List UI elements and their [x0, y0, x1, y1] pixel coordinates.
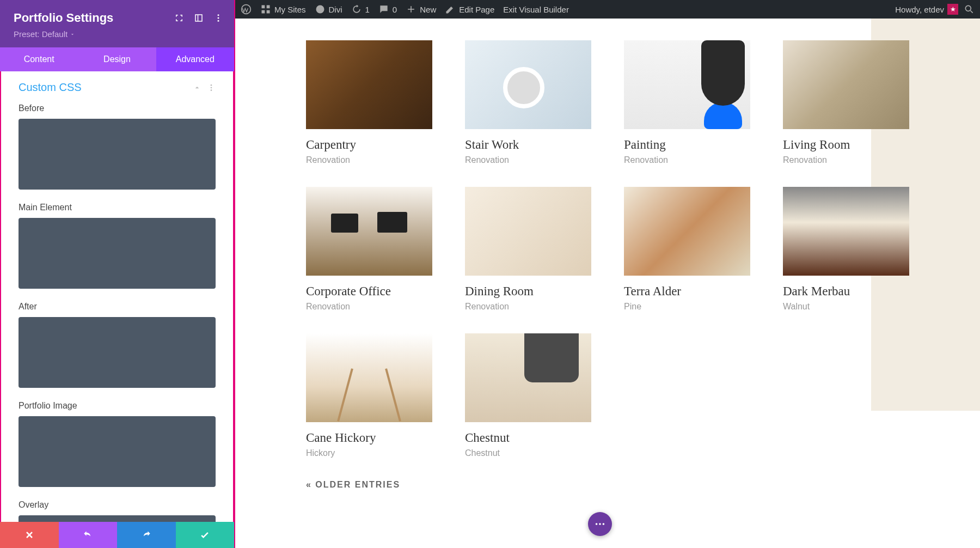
focus-icon[interactable]	[174, 13, 184, 23]
css-label: Portfolio Image	[19, 401, 216, 411]
portfolio-category[interactable]: Pine	[624, 302, 750, 312]
portfolio-title[interactable]: Living Room	[783, 138, 909, 152]
css-textarea-after[interactable]	[19, 317, 216, 388]
portfolio-title[interactable]: Terra Alder	[624, 284, 750, 299]
css-field-overlay: Overlay	[19, 500, 216, 522]
portfolio-item[interactable]: Cane HickoryHickory	[306, 333, 432, 458]
avatar: ★	[947, 4, 958, 15]
portfolio-image[interactable]	[783, 40, 909, 129]
svg-point-1	[316, 5, 324, 14]
portfolio-category[interactable]: Renovation	[783, 155, 909, 165]
portfolio-category[interactable]: Walnut	[783, 302, 909, 312]
portfolio-image[interactable]	[624, 40, 750, 129]
css-label: Main Element	[19, 203, 216, 212]
portfolio-item[interactable]: Corporate OfficeRenovation	[306, 187, 432, 312]
svg-point-6	[218, 17, 219, 19]
search-icon[interactable]	[964, 4, 975, 15]
section-title: Custom CSS	[19, 81, 82, 94]
portfolio-image[interactable]	[306, 187, 432, 276]
portfolio-item[interactable]: Living RoomRenovation	[783, 40, 909, 165]
tab-design[interactable]: Design	[78, 47, 156, 71]
css-textarea-overlay[interactable]	[19, 515, 216, 522]
undo-button[interactable]	[59, 522, 118, 548]
chevron-up-icon[interactable]	[193, 83, 201, 92]
main-content: CarpentryRenovationStair WorkRenovationP…	[235, 19, 980, 548]
portfolio-title[interactable]: Chestnut	[465, 431, 591, 445]
edit-page-link[interactable]: Edit Page	[445, 4, 494, 15]
css-label: Before	[19, 103, 216, 113]
my-sites-link[interactable]: My Sites	[260, 4, 306, 15]
portfolio-item[interactable]: Terra AlderPine	[624, 187, 750, 312]
portfolio-category[interactable]: Hickory	[306, 448, 432, 458]
portfolio-image[interactable]	[306, 40, 432, 129]
howdy-label: Howdy, etdev	[895, 5, 944, 14]
new-link[interactable]: New	[406, 4, 436, 15]
portfolio-item[interactable]: PaintingRenovation	[624, 40, 750, 165]
css-textarea-main[interactable]	[19, 218, 216, 289]
svg-point-9	[211, 87, 212, 88]
panel-body: Custom CSS Before Main Element After Por…	[0, 71, 234, 522]
redo-button[interactable]	[117, 522, 176, 548]
portfolio-title[interactable]: Carpentry	[306, 138, 432, 152]
exit-builder-link[interactable]: Exit Visual Builder	[503, 5, 569, 14]
tab-content[interactable]: Content	[0, 47, 78, 71]
portfolio-image[interactable]	[465, 40, 591, 129]
tab-advanced[interactable]: Advanced	[156, 47, 234, 71]
portfolio-image[interactable]	[624, 187, 750, 276]
wireframe-icon[interactable]	[194, 13, 204, 23]
svg-point-13	[603, 523, 605, 525]
portfolio-category[interactable]: Renovation	[465, 302, 591, 312]
portfolio-category[interactable]: Renovation	[624, 155, 750, 165]
section-more-icon[interactable]	[207, 83, 216, 92]
cancel-button[interactable]	[0, 522, 59, 548]
divi-link[interactable]: Divi	[315, 4, 342, 15]
preset-dropdown[interactable]: Preset: Default	[14, 29, 223, 39]
portfolio-title[interactable]: Corporate Office	[306, 284, 432, 299]
svg-point-5	[218, 14, 219, 16]
portfolio-image[interactable]	[783, 187, 909, 276]
portfolio-item[interactable]: CarpentryRenovation	[306, 40, 432, 165]
more-icon[interactable]	[213, 13, 223, 23]
portfolio-category[interactable]: Renovation	[465, 155, 591, 165]
portfolio-title[interactable]: Dark Merbau	[783, 284, 909, 299]
portfolio-title[interactable]: Cane Hickory	[306, 431, 432, 445]
css-field-main: Main Element	[19, 203, 216, 291]
portfolio-image[interactable]	[306, 333, 432, 422]
updates-link[interactable]: 1	[351, 4, 370, 15]
portfolio-category[interactable]: Renovation	[306, 155, 432, 165]
portfolio-title[interactable]: Dining Room	[465, 284, 591, 299]
new-label: New	[420, 5, 436, 14]
panel-tabs: Content Design Advanced	[0, 47, 234, 71]
grid-row: CarpentryRenovationStair WorkRenovationP…	[306, 40, 909, 165]
updates-count: 1	[365, 5, 370, 14]
svg-point-11	[596, 523, 598, 525]
older-entries-link[interactable]: « OLDER ENTRIES	[306, 480, 909, 490]
portfolio-title[interactable]: Stair Work	[465, 138, 591, 152]
svg-point-7	[218, 20, 219, 22]
grid-row: Corporate OfficeRenovationDining RoomRen…	[306, 187, 909, 312]
fab-more-button[interactable]	[588, 512, 612, 536]
svg-point-8	[211, 84, 212, 86]
css-label: Overlay	[19, 500, 216, 510]
howdy-link[interactable]: Howdy, etdev★	[895, 4, 958, 15]
portfolio-grid: CarpentryRenovationStair WorkRenovationP…	[235, 19, 980, 512]
portfolio-category[interactable]: Renovation	[306, 302, 432, 312]
css-textarea-portfolio-image[interactable]	[19, 416, 216, 487]
portfolio-category[interactable]: Chestnut	[465, 448, 591, 458]
panel-header: Portfolio Settings Preset: Default	[0, 0, 234, 47]
portfolio-title[interactable]: Painting	[624, 138, 750, 152]
comments-link[interactable]: 0	[378, 4, 397, 15]
wp-logo[interactable]	[241, 4, 252, 15]
portfolio-item[interactable]: Dark MerbauWalnut	[783, 187, 909, 312]
section-header[interactable]: Custom CSS	[19, 71, 216, 103]
portfolio-item[interactable]: ChestnutChestnut	[465, 333, 591, 458]
css-field-after: After	[19, 302, 216, 390]
save-button[interactable]	[176, 522, 235, 548]
portfolio-item[interactable]: Stair WorkRenovation	[465, 40, 591, 165]
portfolio-image[interactable]	[465, 187, 591, 276]
css-textarea-before[interactable]	[19, 119, 216, 190]
portfolio-item[interactable]: Dining RoomRenovation	[465, 187, 591, 312]
portfolio-image[interactable]	[465, 333, 591, 422]
edit-page-label: Edit Page	[459, 5, 494, 14]
svg-point-2	[965, 5, 971, 11]
